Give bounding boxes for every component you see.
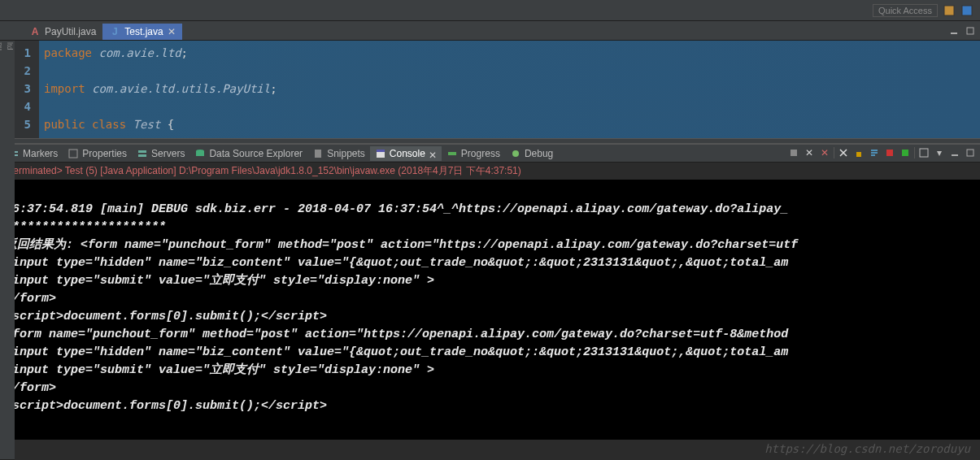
- remove-launch-icon[interactable]: ✕: [803, 146, 816, 159]
- svg-rect-13: [377, 150, 385, 152]
- close-icon[interactable]: ✕: [429, 150, 437, 158]
- java-file-icon: A: [29, 26, 41, 37]
- panel-tab-label: Markers: [23, 148, 58, 159]
- panel-tab-label: Properties: [82, 148, 127, 159]
- keyword: package: [44, 46, 92, 59]
- open-console-icon[interactable]: [917, 146, 930, 159]
- editor-tab-label: PayUtil.java: [45, 26, 96, 37]
- keyword: class: [92, 118, 126, 131]
- panel-tab-label: Debug: [525, 148, 553, 159]
- svg-rect-2: [951, 33, 957, 34]
- panel-tab-label: Console: [390, 148, 425, 159]
- editor-tab-test[interactable]: J Test.java ✕: [102, 24, 181, 40]
- editor-tab-label: Test.java: [124, 26, 163, 37]
- console-line: </form>: [5, 380, 975, 397]
- svg-rect-19: [902, 150, 908, 156]
- console-line: 返回结果为: <form name="punchout_form" method…: [5, 237, 975, 254]
- strip-item[interactable]: ltd: [5, 41, 15, 460]
- tab-datasource[interactable]: Data Source Explorer: [189, 146, 307, 161]
- panel-tab-label: Servers: [151, 148, 185, 159]
- separator: [834, 147, 834, 158]
- strip-item[interactable]: nu: [0, 41, 5, 460]
- maximize-icon[interactable]: [964, 146, 977, 159]
- minimize-icon[interactable]: [948, 146, 961, 159]
- properties-icon: [68, 148, 79, 159]
- quick-access-field[interactable]: Quick Access: [873, 4, 938, 17]
- progress-icon: [446, 148, 458, 159]
- import-path: com.avie.ltd.utils.PayUtil: [92, 82, 270, 95]
- semicolon: ;: [181, 46, 188, 59]
- bug-icon: [510, 148, 521, 159]
- close-icon[interactable]: ✕: [168, 28, 176, 36]
- servers-icon: [137, 148, 148, 159]
- svg-rect-1: [962, 6, 972, 15]
- snippets-icon: [312, 148, 324, 159]
- console-output[interactable]: 16:37:54.819 [main] DEBUG sdk.biz.err - …: [0, 180, 980, 440]
- console-line: 16:37:54.819 [main] DEBUG sdk.biz.err - …: [5, 201, 975, 219]
- database-icon: [194, 148, 206, 159]
- editor-tab-bar: A PayUtil.java J Test.java ✕: [0, 21, 980, 41]
- svg-rect-21: [952, 154, 958, 156]
- terminate-icon[interactable]: [787, 146, 800, 159]
- display-console-icon[interactable]: [899, 146, 912, 159]
- console-line: <input type="hidden" name="biz_content" …: [5, 254, 975, 272]
- clear-console-icon[interactable]: [837, 146, 850, 159]
- separator: [914, 147, 915, 158]
- svg-rect-16: [791, 150, 797, 156]
- brace: {: [168, 118, 174, 131]
- keyword: import: [44, 82, 85, 95]
- svg-rect-0: [944, 6, 954, 15]
- java-file-icon: J: [109, 26, 120, 37]
- console-line: </form>: [5, 290, 975, 308]
- console-line: <script>document.forms[0].submit();</scr…: [5, 397, 975, 415]
- console-toolbar: ✕ ✕ ▾: [787, 146, 977, 159]
- svg-rect-18: [886, 150, 893, 156]
- svg-rect-8: [138, 154, 146, 157]
- console-line: <script>document.forms[0].submit();</scr…: [5, 308, 975, 326]
- svg-point-15: [512, 150, 519, 157]
- console-line: <input type="submit" value="立即支付" style=…: [5, 272, 975, 290]
- console-line: <form name="punchout_form" method="post"…: [5, 326, 975, 344]
- tab-snippets[interactable]: Snippets: [307, 146, 370, 161]
- semicolon: ;: [270, 82, 277, 95]
- perspective-icon-2[interactable]: [960, 4, 973, 17]
- console-line: <input type="submit" value="立即支付" style=…: [5, 362, 975, 380]
- console-line: <input type="hidden" name="biz_content" …: [5, 344, 975, 362]
- scroll-lock-icon[interactable]: [852, 146, 865, 159]
- watermark-text: https://blog.csdn.net/zoroduyu: [764, 442, 970, 455]
- remove-all-icon[interactable]: ✕: [818, 146, 831, 159]
- svg-rect-11: [315, 150, 321, 158]
- bottom-panel-tabs: Markers Properties Servers Data Source E…: [0, 143, 980, 163]
- svg-rect-22: [967, 150, 973, 156]
- svg-rect-14: [448, 152, 456, 155]
- console-line: **********************: [5, 219, 975, 237]
- word-wrap-icon[interactable]: [868, 146, 881, 159]
- svg-rect-7: [138, 150, 146, 153]
- editor-tab-payutil[interactable]: A PayUtil.java: [23, 24, 102, 40]
- svg-rect-10: [196, 151, 204, 156]
- tab-progress[interactable]: Progress: [442, 146, 505, 161]
- console-icon: [375, 148, 386, 159]
- code-editor[interactable]: 1 2 3 4 5 package com.avie.ltd; import c…: [0, 41, 980, 138]
- console-process-label: <terminated> Test (5) [Java Application]…: [0, 163, 980, 180]
- maximize-icon[interactable]: [964, 24, 977, 37]
- keyword: public: [44, 118, 85, 131]
- tab-console[interactable]: Console✕: [370, 146, 442, 161]
- svg-rect-20: [920, 149, 928, 157]
- panel-tab-label: Snippets: [327, 148, 365, 159]
- perspective-icon-1[interactable]: [943, 4, 956, 17]
- tab-servers[interactable]: Servers: [132, 146, 189, 161]
- top-toolbar: Quick Access: [0, 0, 980, 21]
- svg-rect-6: [69, 150, 77, 158]
- pin-console-icon[interactable]: [883, 146, 896, 159]
- left-view-strip[interactable]: ltd nu va bu nd: [0, 41, 15, 460]
- package-name: com.avie.ltd: [98, 46, 181, 59]
- minimize-icon[interactable]: [947, 24, 960, 37]
- svg-rect-17: [856, 152, 861, 157]
- dropdown-icon[interactable]: ▾: [933, 146, 946, 159]
- class-name: Test: [133, 118, 161, 131]
- tab-properties[interactable]: Properties: [63, 146, 132, 161]
- panel-tab-label: Progress: [461, 148, 500, 159]
- tab-debug[interactable]: Debug: [505, 146, 558, 161]
- code-text[interactable]: package com.avie.ltd; import com.avie.lt…: [39, 41, 980, 138]
